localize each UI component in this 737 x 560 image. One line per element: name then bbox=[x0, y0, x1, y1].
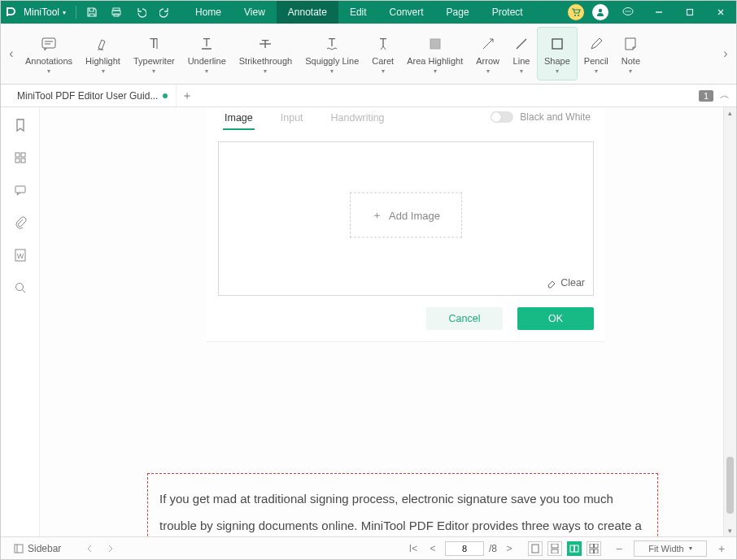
title-right bbox=[564, 1, 736, 24]
tool-typewriter[interactable]: T Typewriter▾ bbox=[127, 27, 181, 80]
print-button[interactable] bbox=[104, 1, 129, 24]
next-view-button[interactable] bbox=[100, 544, 120, 553]
tab-count-badge: 1 bbox=[699, 90, 713, 102]
svg-rect-46 bbox=[595, 549, 599, 553]
redo-button[interactable] bbox=[153, 1, 177, 24]
tool-note[interactable]: Note▾ bbox=[615, 27, 647, 80]
menu-page[interactable]: Page bbox=[435, 1, 481, 24]
tool-shape[interactable]: Shape▾ bbox=[537, 27, 578, 80]
signature-dropzone[interactable]: ＋ Add Image Clear bbox=[218, 141, 594, 296]
account-button[interactable] bbox=[592, 4, 608, 20]
zoom-out-button[interactable]: − bbox=[613, 542, 626, 555]
document-view[interactable]: Image Input Handwriting Black and White … bbox=[40, 107, 723, 536]
svg-rect-11 bbox=[687, 10, 693, 15]
zoom-in-button[interactable]: + bbox=[715, 542, 728, 555]
svg-rect-23 bbox=[430, 39, 440, 49]
attachment-icon[interactable] bbox=[11, 213, 30, 232]
next-page-button[interactable]: > bbox=[502, 543, 517, 554]
menu-edit[interactable]: Edit bbox=[338, 1, 378, 24]
zoom-select[interactable]: Fit Width ▾ bbox=[634, 540, 707, 557]
highlight-icon bbox=[94, 33, 112, 54]
cart-button[interactable] bbox=[568, 4, 584, 20]
areahl-icon bbox=[426, 33, 444, 54]
thumbnails-icon[interactable] bbox=[11, 148, 30, 167]
menubar: Home View Annotate Edit Convert Page Pro… bbox=[184, 1, 534, 24]
svg-rect-45 bbox=[590, 549, 594, 553]
ribbon-scroll-right[interactable]: › bbox=[718, 46, 733, 61]
undo-button[interactable] bbox=[129, 1, 153, 24]
caret-icon: T bbox=[374, 33, 392, 54]
scroll-up-button[interactable]: ▴ bbox=[724, 107, 736, 119]
sidebar-icon bbox=[14, 544, 24, 553]
svg-rect-27 bbox=[15, 153, 20, 157]
view-single[interactable] bbox=[528, 541, 543, 556]
svg-line-24 bbox=[483, 39, 493, 49]
ok-button[interactable]: OK bbox=[517, 307, 594, 330]
tool-area-highlight[interactable]: Area Highlight▾ bbox=[400, 27, 469, 80]
first-page-button[interactable]: I< bbox=[406, 543, 421, 554]
separator bbox=[76, 6, 76, 19]
bookmark-icon[interactable] bbox=[11, 115, 30, 135]
prev-view-button[interactable] bbox=[81, 544, 100, 553]
add-tab-button[interactable]: ＋ bbox=[177, 85, 198, 106]
tool-caret[interactable]: T Caret▾ bbox=[365, 27, 400, 80]
word-export-icon[interactable]: W bbox=[11, 245, 30, 265]
svg-point-3 bbox=[574, 15, 576, 16]
tool-pencil[interactable]: Pencil▾ bbox=[578, 27, 615, 80]
svg-text:W: W bbox=[16, 252, 24, 260]
tool-arrow[interactable]: Arrow▾ bbox=[469, 27, 506, 80]
cancel-button[interactable]: Cancel bbox=[426, 307, 503, 330]
view-continuous[interactable] bbox=[547, 541, 562, 556]
document-tab[interactable]: MiniTool PDF Editor User Guid... bbox=[9, 85, 177, 106]
sidebar-toggle[interactable]: Sidebar bbox=[9, 543, 66, 554]
prev-page-button[interactable]: < bbox=[425, 543, 440, 554]
collapse-ribbon-button[interactable]: ︿ bbox=[720, 89, 730, 102]
clear-button[interactable]: Clear bbox=[546, 277, 585, 289]
document-tabstrip: MiniTool PDF Editor User Guid... ＋ 1 ︿ bbox=[1, 85, 736, 107]
sig-tab-handwriting[interactable]: Handwriting bbox=[331, 112, 385, 124]
svg-point-9 bbox=[630, 11, 631, 12]
left-sidebar: W bbox=[1, 107, 40, 536]
menu-protect[interactable]: Protect bbox=[481, 1, 534, 24]
sig-tab-image[interactable]: Image bbox=[225, 112, 253, 124]
save-button[interactable] bbox=[80, 1, 104, 24]
page-total: /8 bbox=[489, 543, 497, 554]
note-icon bbox=[621, 33, 639, 54]
menu-home[interactable]: Home bbox=[184, 1, 233, 24]
ribbon-scroll-left[interactable]: ‹ bbox=[4, 46, 19, 61]
close-button[interactable] bbox=[705, 1, 736, 24]
view-facing[interactable] bbox=[567, 541, 582, 556]
tool-highlight[interactable]: Highlight▾ bbox=[79, 27, 127, 80]
maximize-button[interactable] bbox=[674, 1, 705, 24]
body-paragraph: If you get mad at traditional signing pr… bbox=[159, 492, 642, 536]
scroll-down-button[interactable]: ▾ bbox=[724, 525, 736, 536]
sig-tab-input[interactable]: Input bbox=[281, 112, 303, 124]
view-facing-continuous[interactable] bbox=[587, 541, 601, 556]
bw-toggle[interactable] bbox=[491, 111, 513, 123]
scroll-thumb[interactable] bbox=[726, 457, 734, 514]
menu-view[interactable]: View bbox=[233, 1, 277, 24]
tool-annotations[interactable]: Annotations▾ bbox=[19, 27, 79, 80]
comments-icon[interactable] bbox=[11, 180, 30, 200]
annotation-text-box[interactable]: If you get mad at traditional signing pr… bbox=[147, 473, 658, 536]
arrow-icon bbox=[479, 33, 497, 54]
svg-point-34 bbox=[15, 284, 23, 291]
svg-line-35 bbox=[22, 290, 25, 293]
vertical-scrollbar[interactable]: ▴ ▾ bbox=[723, 107, 736, 536]
search-icon[interactable] bbox=[11, 278, 30, 297]
tool-line[interactable]: Line▾ bbox=[506, 27, 537, 80]
tool-squiggly[interactable]: T Squiggly Line▾ bbox=[299, 27, 365, 80]
view-mode-buttons bbox=[528, 541, 601, 556]
page-input[interactable] bbox=[445, 541, 484, 556]
svg-point-4 bbox=[578, 15, 579, 16]
svg-point-7 bbox=[626, 11, 627, 12]
add-image-button[interactable]: ＋ Add Image bbox=[350, 193, 462, 238]
brand-menu[interactable]: MiniTool ▾ bbox=[22, 7, 72, 18]
feedback-button[interactable] bbox=[613, 1, 643, 24]
menu-convert[interactable]: Convert bbox=[378, 1, 435, 24]
svg-point-8 bbox=[627, 11, 629, 12]
tool-underline[interactable]: T Underline▾ bbox=[181, 27, 233, 80]
tool-strikethrough[interactable]: T Strikethrough▾ bbox=[233, 27, 299, 80]
menu-annotate[interactable]: Annotate bbox=[277, 1, 338, 24]
minimize-button[interactable] bbox=[643, 1, 674, 24]
